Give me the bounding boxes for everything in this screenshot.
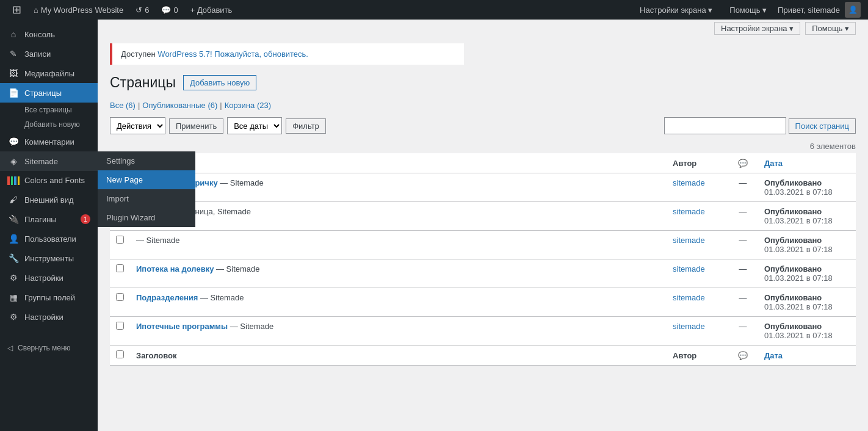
add-new-label: + Добавить xyxy=(190,5,233,15)
sidebar-item-posts[interactable]: ✎ Записи xyxy=(0,44,98,63)
submenu-plugin-wizard[interactable]: Plugin Wizard xyxy=(98,208,195,227)
site-name-button[interactable]: ⌂ My WordPress Website xyxy=(29,0,128,20)
date-status-3: Опубликовано xyxy=(764,264,822,273)
comment-cell-2: — xyxy=(728,231,758,259)
author-link-3[interactable]: sitemade xyxy=(673,264,705,273)
date-cell-3: Опубликовано01.03.2021 в 07:18 xyxy=(758,259,856,288)
screen-options-button[interactable]: Настройки экрана ▾ xyxy=(714,22,800,35)
screen-options-button[interactable]: Настройки экрана ▾ xyxy=(634,4,718,16)
comments-sidebar-icon: 💬 xyxy=(7,137,20,147)
filter-published-link[interactable]: Опубликованные (6) xyxy=(142,101,217,110)
row-checkbox-2[interactable] xyxy=(116,236,124,244)
table-row: Ипотека на долевку — Sitemadesitemade—Оп… xyxy=(110,259,856,288)
sidebar-item-field-groups[interactable]: ▦ Группы полей xyxy=(0,288,98,307)
author-link-2[interactable]: sitemade xyxy=(673,236,705,245)
field-groups-icon: ▦ xyxy=(7,292,20,302)
collapse-menu-button[interactable]: ◁ Свернуть меню xyxy=(0,339,98,357)
date-status-1: Опубликовано xyxy=(764,207,822,216)
sidebar-item-label-dashboard: Консоль xyxy=(24,30,55,39)
collapse-label: Свернуть меню xyxy=(18,344,71,352)
comments-button[interactable]: 💬 0 xyxy=(156,0,183,20)
sidebar-item-label-settings2: Настройки xyxy=(24,313,63,322)
date-value-3: 01.03.2021 в 07:18 xyxy=(764,273,833,283)
sidebar-subitem-label-all: Все страницы xyxy=(24,106,72,114)
colors-fonts-icon xyxy=(7,176,20,185)
sidebar-item-settings1[interactable]: ⚙ Настройки xyxy=(0,268,98,288)
date-value-1: 01.03.2021 в 07:18 xyxy=(764,216,833,225)
submenu-settings[interactable]: Settings xyxy=(98,151,195,170)
sidebar-item-comments[interactable]: 💬 Комментарии xyxy=(0,132,98,151)
sidebar-subitem-add-new[interactable]: Добавить новую xyxy=(0,117,98,132)
author-link-1[interactable]: sitemade xyxy=(673,207,705,216)
wp-logo-button[interactable]: ⊞ xyxy=(7,0,26,20)
page-title-link-3[interactable]: Ипотека на долевку xyxy=(136,264,214,273)
sidebar-item-appearance[interactable]: 🖌 Внешний вид xyxy=(0,190,98,209)
help-button[interactable]: Помощь ▾ xyxy=(723,4,773,16)
sidebar: ⌂ Консоль ✎ Записи 🖼 Медиафайлы 📄 Страни… xyxy=(0,20,98,431)
comments-count: 0 xyxy=(173,5,178,15)
table-nav: Действия Применить Все даты Фильтр xyxy=(110,117,856,134)
greeting-label: Привет, sitemade xyxy=(778,5,840,15)
search-input[interactable] xyxy=(664,117,786,134)
bulk-actions-select[interactable]: Действия xyxy=(110,117,165,134)
select-all-bottom-col xyxy=(110,346,130,366)
add-new-button[interactable]: + Добавить xyxy=(186,0,237,20)
date-sort-link[interactable]: Дата xyxy=(764,159,783,168)
row-checkbox-5[interactable] xyxy=(116,322,124,330)
date-filter-select[interactable]: Все даты xyxy=(227,117,282,134)
sidebar-item-label-plugins: Плагины xyxy=(24,215,57,224)
sidebar-item-settings2[interactable]: ⚙ Настройки xyxy=(0,307,98,327)
select-all-bottom-checkbox[interactable] xyxy=(116,350,124,358)
sidebar-item-pages[interactable]: 📄 Страницы xyxy=(0,83,98,103)
settings1-icon: ⚙ xyxy=(7,273,20,283)
search-button[interactable]: Поиск страниц xyxy=(789,118,856,134)
home-icon: ⌂ xyxy=(34,5,38,15)
submenu-new-page[interactable]: New Page xyxy=(98,170,195,189)
sidebar-item-colors-fonts[interactable]: Colors and Fonts xyxy=(0,171,98,190)
notice-link-wp[interactable]: WordPress 5.7! xyxy=(157,49,212,59)
filter-trash-link[interactable]: Корзина (23) xyxy=(225,101,271,110)
title-sort-footer-link[interactable]: Заголовок xyxy=(136,351,177,360)
page-title-suffix-5: — Sitemade xyxy=(228,322,273,331)
sidebar-item-media[interactable]: 🖼 Медиафайлы xyxy=(0,63,98,83)
notice-link-update[interactable]: Пожалуйста, обновитесь. xyxy=(214,49,308,59)
sidebar-subitem-all-pages[interactable]: Все страницы xyxy=(0,103,98,117)
plugins-icon: 🔌 xyxy=(7,214,20,224)
screen-options-label: Настройки экрана ▾ xyxy=(721,24,794,33)
page-title-link-4[interactable]: Подразделения xyxy=(136,293,198,302)
table-row: Ипотека на вторичку — Sitemadesitemade—О… xyxy=(110,173,856,202)
sidebar-item-users[interactable]: 👤 Пользователи xyxy=(0,229,98,248)
appearance-icon: 🖌 xyxy=(7,195,20,205)
help-button[interactable]: Помощь ▾ xyxy=(805,22,856,35)
date-status-0: Опубликовано xyxy=(764,178,822,187)
sidebar-item-label-media: Медиафайлы xyxy=(24,69,74,78)
comment-cell-0: — xyxy=(728,173,758,202)
row-checkbox-4[interactable] xyxy=(116,293,124,301)
page-title: Страницы xyxy=(110,74,176,91)
author-link-5[interactable]: sitemade xyxy=(673,322,705,331)
author-link-4[interactable]: sitemade xyxy=(673,293,705,302)
plugins-badge: 1 xyxy=(81,214,90,224)
date-sort-footer-link[interactable]: Дата xyxy=(764,351,783,360)
sidebar-item-dashboard[interactable]: ⌂ Консоль xyxy=(0,24,98,44)
sidebar-item-tools[interactable]: 🔧 Инструменты xyxy=(0,248,98,268)
sidebar-item-label-comments: Комментарии xyxy=(24,137,74,147)
add-new-page-button[interactable]: Добавить новую xyxy=(183,75,256,90)
submenu-import[interactable]: Import xyxy=(98,189,195,208)
filter-button[interactable]: Фильтр xyxy=(286,118,326,134)
comment-cell-3: — xyxy=(728,259,758,288)
filter-nav: Все (6) | Опубликованные (6) | Корзина (… xyxy=(110,101,856,110)
row-checkbox-3[interactable] xyxy=(116,264,124,272)
sitemade-submenu: Settings New Page Import Plugin Wizard xyxy=(98,151,195,227)
author-link-0[interactable]: sitemade xyxy=(673,178,705,187)
page-title-link-5[interactable]: Ипотечные программы xyxy=(136,322,228,331)
apply-button[interactable]: Применить xyxy=(169,118,223,134)
sidebar-item-sitemade[interactable]: ◈ Sitemade Settings New Page Import Plug… xyxy=(0,151,98,171)
filter-all-link[interactable]: Все (6) xyxy=(110,101,136,110)
notice-text-before: Доступен xyxy=(121,49,157,59)
page-title-suffix-2: — Sitemade xyxy=(136,236,180,245)
sidebar-item-plugins[interactable]: 🔌 Плагины 1 xyxy=(0,209,98,229)
date-column-footer: Дата xyxy=(758,346,856,366)
table-row: Подразделения — Sitemadesitemade—Опублик… xyxy=(110,288,856,317)
updates-button[interactable]: ↺ 6 xyxy=(131,0,154,20)
